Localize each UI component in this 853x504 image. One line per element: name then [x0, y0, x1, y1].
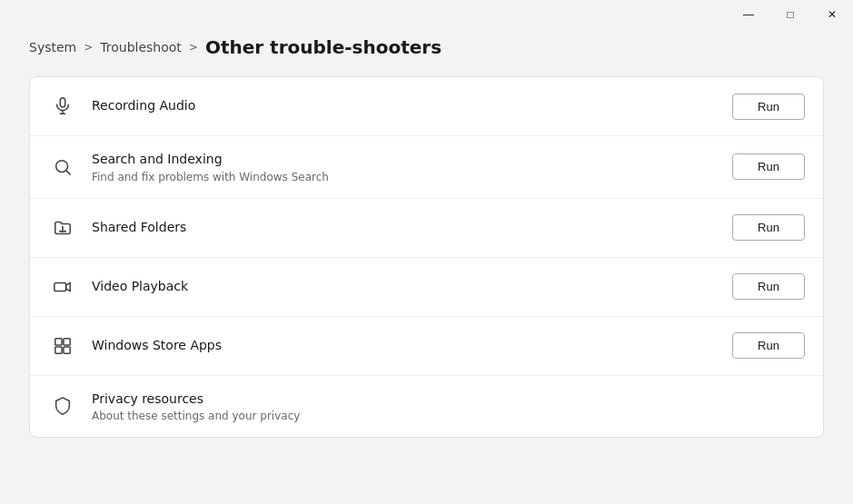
- item-text-shared-folders: Shared Folders: [92, 219, 718, 237]
- microphone-icon: [48, 92, 77, 121]
- item-title-shared-folders: Shared Folders: [92, 219, 718, 237]
- folder-network-icon: [48, 213, 77, 242]
- troubleshooter-item-video-playback: Video PlaybackRun: [30, 258, 823, 317]
- svg-line-4: [66, 171, 70, 174]
- troubleshooter-item-shared-folders: Shared FoldersRun: [30, 199, 823, 258]
- breadcrumb: System > Troubleshoot > Other trouble-sh…: [0, 29, 853, 76]
- close-button[interactable]: ✕: [811, 0, 853, 29]
- item-title-privacy-resources: Privacy resources: [92, 390, 805, 409]
- item-title-video-playback: Video Playback: [92, 278, 718, 296]
- svg-point-6: [62, 226, 64, 228]
- search-icon: [48, 153, 77, 182]
- troubleshooter-list: Recording AudioRun Search and IndexingFi…: [29, 76, 824, 438]
- troubleshooter-item-recording-audio: Recording AudioRun: [30, 77, 823, 136]
- run-button-windows-store-apps[interactable]: Run: [732, 332, 805, 359]
- item-text-windows-store-apps: Windows Store Apps: [92, 337, 718, 355]
- svg-rect-0: [60, 98, 65, 107]
- breadcrumb-system[interactable]: System: [29, 40, 76, 54]
- item-desc-privacy-resources: About these settings and your privacy: [92, 410, 805, 422]
- minimize-button[interactable]: —: [728, 0, 769, 29]
- video-icon: [48, 272, 77, 301]
- troubleshooter-item-privacy-resources: Privacy resourcesAbout these settings an…: [30, 376, 823, 438]
- item-text-video-playback: Video Playback: [92, 278, 718, 296]
- item-text-search-indexing: Search and IndexingFind and fix problems…: [92, 151, 718, 183]
- svg-rect-14: [55, 347, 62, 353]
- page-title: Other trouble-shooters: [205, 36, 441, 58]
- item-title-recording-audio: Recording Audio: [92, 97, 718, 115]
- store-icon: [48, 331, 77, 361]
- breadcrumb-troubleshoot[interactable]: Troubleshoot: [100, 40, 182, 54]
- shield-icon: [48, 391, 77, 420]
- item-desc-search-indexing: Find and fix problems with Windows Searc…: [92, 171, 718, 183]
- breadcrumb-sep-1: >: [84, 41, 93, 54]
- svg-rect-15: [64, 347, 70, 353]
- maximize-button[interactable]: □: [769, 0, 811, 29]
- run-button-recording-audio[interactable]: Run: [732, 94, 805, 120]
- content-area: Recording AudioRun Search and IndexingFi…: [0, 76, 853, 504]
- troubleshooter-item-search-indexing: Search and IndexingFind and fix problems…: [30, 136, 823, 199]
- run-button-video-playback[interactable]: Run: [732, 273, 805, 300]
- item-title-search-indexing: Search and Indexing: [92, 151, 718, 169]
- svg-rect-13: [64, 338, 70, 344]
- settings-window: — □ ✕ System > Troubleshoot > Other trou…: [0, 0, 853, 504]
- run-button-shared-folders[interactable]: Run: [732, 214, 805, 241]
- svg-rect-12: [55, 338, 62, 344]
- run-button-search-indexing[interactable]: Run: [732, 153, 805, 180]
- item-title-windows-store-apps: Windows Store Apps: [92, 337, 718, 355]
- troubleshooter-item-windows-store-apps: Windows Store AppsRun: [30, 317, 823, 376]
- svg-rect-11: [55, 282, 66, 291]
- breadcrumb-sep-2: >: [189, 41, 198, 54]
- item-text-privacy-resources: Privacy resourcesAbout these settings an…: [92, 390, 805, 423]
- item-text-recording-audio: Recording Audio: [92, 97, 718, 115]
- title-bar: — □ ✕: [0, 0, 853, 29]
